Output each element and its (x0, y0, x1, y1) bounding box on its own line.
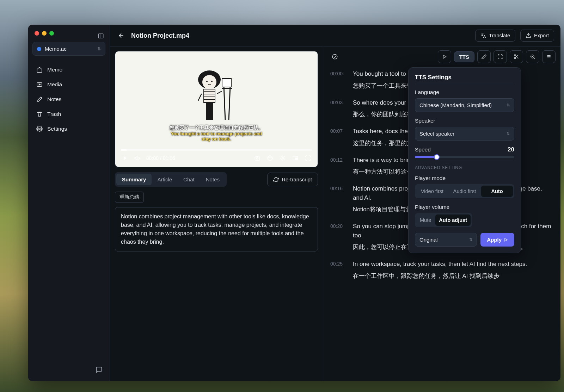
translate-icon (480, 33, 486, 38)
retranscript-label: Re-transcript (282, 176, 312, 182)
transcript-time: 00:16 (330, 184, 347, 217)
export-icon (526, 33, 531, 38)
speaker-select[interactable]: Select speaker ⇅ (415, 127, 514, 141)
tts-button[interactable]: TTS (454, 51, 474, 62)
svg-line-33 (517, 57, 519, 59)
svg-point-24 (270, 157, 270, 157)
svg-point-31 (514, 57, 516, 59)
svg-point-26 (282, 157, 284, 159)
transcript-time: 00:03 (330, 98, 347, 122)
video-time: 00:00 / 01:06 (146, 155, 175, 161)
retranscript-button[interactable]: Re-transcript (267, 173, 318, 186)
svg-rect-28 (295, 158, 297, 160)
sidebar-item-notes[interactable]: Notes (32, 92, 105, 106)
transcript-time: 00:12 (330, 156, 347, 180)
video-player[interactable]: 您购买了一个工具来管理项目并保持正轨。 You bought a tool to… (115, 51, 318, 167)
svg-point-30 (514, 55, 516, 56)
subtitle-zh: 您购买了一个工具来管理项目并保持正轨。 (166, 125, 267, 131)
transcript-row[interactable]: 00:25 In one workspace, track your tasks… (330, 260, 553, 284)
tab-summary[interactable]: Summary (116, 174, 152, 185)
sidebar-item-memo[interactable]: Memo (32, 63, 105, 77)
tabs-row: Summary Article Chat Notes Re-transcript (115, 172, 318, 187)
fullscreen-icon[interactable] (304, 154, 312, 162)
camera-icon[interactable] (253, 154, 261, 162)
home-icon (36, 66, 43, 73)
palette-icon[interactable] (266, 154, 274, 162)
sidebar-item-media[interactable]: Media (32, 77, 105, 92)
pencil-icon (36, 96, 43, 103)
svg-rect-19 (222, 79, 231, 87)
language-value: Chinese (Mandarin, Simplified) (419, 102, 492, 108)
app-window: Memo.ac ⇅ Memo Media Notes Trash (28, 25, 560, 381)
transcript-time: 00:07 (330, 127, 347, 151)
svg-rect-20 (255, 157, 260, 160)
volume-icon[interactable] (134, 154, 141, 162)
right-toolbar: TTS (323, 47, 560, 67)
language-select[interactable]: Chinese (Mandarin, Simplified) ⇅ (415, 98, 514, 112)
language-label: Language (415, 89, 514, 95)
workspace-selector[interactable]: Memo.ac ⇅ (32, 42, 105, 56)
sidebar-item-settings[interactable]: Settings (32, 122, 105, 136)
trash-icon (36, 111, 43, 118)
tab-notes[interactable]: Notes (200, 174, 225, 185)
speed-slider[interactable] (415, 156, 514, 158)
gear-icon[interactable] (279, 154, 287, 162)
workspace-name: Memo.ac (45, 46, 94, 52)
sidebar-toggle-button[interactable] (96, 31, 106, 41)
right-pane: TTS (323, 47, 560, 381)
chevron-updown-icon: ⇅ (507, 103, 510, 107)
subtitle-overlay: 您购买了一个工具来管理项目并保持正轨。 You bought a tool to… (166, 125, 267, 142)
edit-button[interactable] (477, 50, 491, 63)
expand-button[interactable] (494, 50, 507, 63)
page-title: Notion Project.mp4 (131, 32, 470, 39)
translate-button[interactable]: Translate (475, 30, 515, 42)
search-button[interactable] (526, 50, 539, 63)
sidebar-item-label: Notes (47, 96, 62, 102)
transcript-time: 00:00 (330, 69, 347, 93)
chevron-updown-icon: ⇅ (507, 131, 510, 136)
tts-settings-popup: TTS Settings Language Chinese (Mandarin,… (408, 67, 521, 253)
pip-icon[interactable] (292, 154, 299, 162)
apply-button[interactable]: Apply (480, 233, 514, 247)
tab-chat[interactable]: Chat (178, 174, 200, 185)
close-window-button[interactable] (35, 31, 39, 36)
player-volume-mute[interactable]: Mute (416, 214, 435, 226)
player-volume-auto-adjust[interactable]: Auto adjust (435, 214, 471, 226)
original-select[interactable]: Original ⇅ (415, 233, 477, 247)
menu-button[interactable] (542, 50, 556, 63)
main-area: Notion Project.mp4 Translate Export (110, 25, 560, 381)
player-mode-auto[interactable]: Auto (481, 186, 513, 197)
speaker-label: Speaker (415, 118, 514, 124)
video-illustration (188, 60, 245, 131)
tab-article[interactable]: Article (152, 174, 178, 185)
sidebar-item-trash[interactable]: Trash (32, 107, 105, 121)
check-circle-button[interactable] (328, 50, 342, 63)
svg-point-25 (271, 157, 271, 158)
speed-value: 20 (508, 146, 514, 153)
subtitle-en: You bought a tool to manage projects and… (166, 131, 267, 142)
video-controls: 00:00 / 01:06 (115, 151, 318, 167)
speed-label: Speed (415, 147, 431, 153)
maximize-window-button[interactable] (49, 31, 54, 36)
sidebar-item-label: Trash (47, 111, 61, 117)
play-button[interactable] (438, 50, 451, 63)
refresh-icon (273, 177, 279, 182)
sidebar-item-label: Settings (47, 126, 67, 132)
left-pane: 您购买了一个工具来管理项目并保持正轨。 You bought a tool to… (110, 47, 323, 381)
svg-point-3 (39, 128, 41, 130)
scissors-button[interactable] (510, 50, 523, 63)
svg-point-21 (257, 158, 258, 160)
chat-bubble-icon[interactable] (96, 366, 103, 373)
player-mode-video-first[interactable]: Video first (416, 186, 448, 197)
player-mode-audio-first[interactable]: Audio first (449, 186, 480, 197)
transcript-text-en: In one workspace, track your tasks, then… (353, 260, 553, 269)
player-mode-segments: Video first Audio first Auto (415, 184, 514, 198)
export-button[interactable]: Export (520, 30, 554, 42)
minimize-window-button[interactable] (42, 31, 47, 36)
tabs-group: Summary Article Chat Notes (115, 172, 227, 187)
back-button[interactable] (116, 31, 126, 41)
play-icon[interactable] (121, 154, 129, 162)
svg-rect-0 (98, 34, 103, 38)
resummarize-chip[interactable]: 重新总结 (115, 192, 144, 203)
player-volume-segments: Mute Auto adjust (415, 213, 472, 227)
